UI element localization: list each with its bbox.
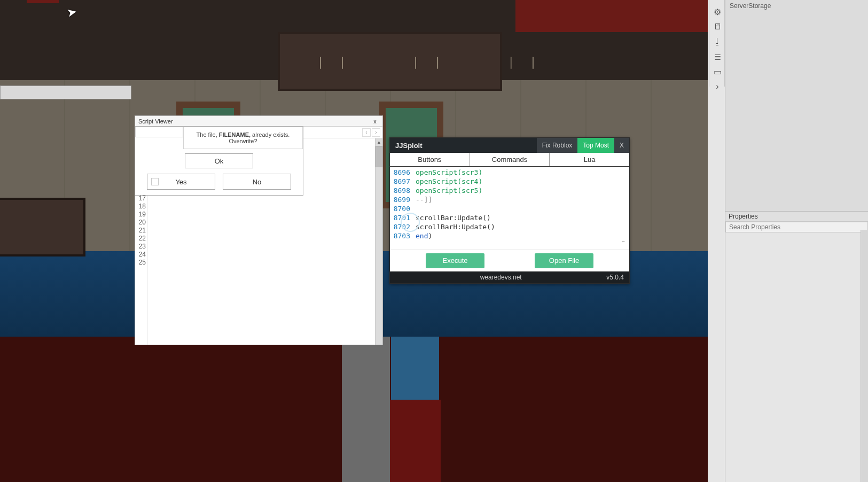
line-number: 8697 bbox=[390, 177, 416, 186]
monitor-icon[interactable]: 🖥 bbox=[709, 19, 725, 34]
line-number: 8703 bbox=[390, 231, 416, 240]
line-number: 8700 bbox=[390, 204, 416, 213]
code-text-tail: ) bbox=[428, 231, 432, 240]
gap-blue bbox=[391, 337, 439, 401]
overwrite-dialog[interactable]: The file, FILENAME, already exists. Over… bbox=[135, 126, 303, 196]
code-text: openScript(scr4) bbox=[416, 177, 482, 186]
code-line[interactable]: 8703end) bbox=[390, 231, 629, 240]
jjsploit-window[interactable]: JJSploit Fix Roblox Top Most X Buttons C… bbox=[389, 137, 630, 284]
tab-buttons[interactable]: Buttons bbox=[390, 153, 470, 166]
cabinet-handles: ││ ││ ││ bbox=[318, 56, 553, 69]
script-viewer-scrollbar[interactable]: ▲ bbox=[375, 138, 382, 345]
scroll-thumb[interactable] bbox=[376, 146, 382, 167]
code-text: end bbox=[416, 231, 428, 240]
line-number: 8702 bbox=[390, 222, 416, 231]
fix-roblox-button[interactable]: Fix Roblox bbox=[537, 138, 578, 153]
explorer-node-serverstorage[interactable]: ServerStorage bbox=[725, 0, 868, 12]
overwrite-dialog-checkbox[interactable] bbox=[151, 178, 159, 185]
overwrite-dialog-message: The file, FILENAME, already exists. Over… bbox=[183, 127, 303, 149]
tab-nav-prev[interactable]: ‹ bbox=[362, 128, 371, 137]
code-text: --]] bbox=[416, 195, 432, 204]
bed bbox=[0, 198, 85, 256]
gap-red bbox=[390, 400, 441, 482]
footer-site-label: wearedevs.net bbox=[395, 274, 606, 281]
jjsploit-close-button[interactable]: X bbox=[614, 138, 629, 153]
ceiling-trim-right bbox=[515, 0, 708, 32]
jjsploit-action-bar: Execute Open File bbox=[390, 249, 629, 271]
properties-search-input[interactable] bbox=[725, 222, 868, 232]
code-text: scrollBar:Update() bbox=[416, 213, 491, 222]
code-text: openScript(scr5) bbox=[416, 186, 482, 195]
code-line[interactable]: 8698openScript(scr5) bbox=[390, 186, 629, 195]
code-text: scrollBarH:Update() bbox=[416, 222, 495, 231]
tab-commands[interactable]: Commands bbox=[470, 153, 550, 166]
code-line[interactable]: 8701scrollBar:Update() bbox=[390, 213, 629, 222]
overwrite-no-button[interactable]: No bbox=[223, 174, 291, 190]
chat-bar[interactable] bbox=[0, 85, 131, 99]
tab-nav-next[interactable]: › bbox=[372, 128, 380, 137]
line-number: 8699 bbox=[390, 195, 416, 204]
jjsploit-titlebar[interactable]: JJSploit Fix Roblox Top Most X bbox=[390, 138, 629, 153]
properties-panel: Properties bbox=[725, 211, 868, 482]
properties-header: Properties bbox=[725, 212, 868, 222]
list-icon[interactable]: ≣ bbox=[709, 49, 725, 64]
execute-button[interactable]: Execute bbox=[426, 253, 484, 268]
code-line[interactable]: 8696openScript(scr3) bbox=[390, 168, 629, 177]
code-text: openScript(scr3) bbox=[416, 168, 482, 177]
footer-version-label: v5.0.4 bbox=[606, 274, 624, 281]
code-line[interactable]: 8697openScript(scr4) bbox=[390, 177, 629, 186]
resize-grip-icon[interactable]: ⌐ bbox=[622, 237, 625, 246]
lua-code-editor[interactable]: 8696openScript(scr3)8697openScript(scr4)… bbox=[390, 167, 629, 249]
scroll-up-icon[interactable]: ▲ bbox=[376, 138, 382, 146]
script-viewer-close-button[interactable]: x bbox=[371, 116, 379, 126]
gear-icon[interactable]: ⚙ bbox=[709, 4, 725, 19]
overwrite-dialog-field[interactable] bbox=[135, 127, 183, 137]
script-viewer-titlebar[interactable]: Script Viewer x bbox=[135, 116, 382, 127]
pillar-left bbox=[342, 337, 390, 482]
open-file-button[interactable]: Open File bbox=[535, 253, 593, 268]
overwrite-ok-button[interactable]: Ok bbox=[185, 153, 253, 168]
top-most-button[interactable]: Top Most bbox=[577, 138, 614, 153]
ceiling-trim-left bbox=[27, 0, 59, 3]
code-line[interactable]: 8699--]] bbox=[390, 195, 629, 204]
explorer-panel[interactable]: ServerStorage bbox=[725, 0, 868, 211]
properties-scrollbar[interactable] bbox=[861, 230, 868, 482]
jjsploit-title: JJSploit bbox=[390, 142, 428, 150]
jjsploit-footer: wearedevs.net v5.0.4 bbox=[390, 271, 629, 283]
laptop-icon[interactable]: ▭ bbox=[709, 64, 725, 79]
code-line[interactable]: 8702scrollBarH:Update() bbox=[390, 222, 629, 231]
download-icon[interactable]: ⭳ bbox=[709, 34, 725, 49]
tab-lua[interactable]: Lua bbox=[550, 153, 629, 166]
script-viewer-title: Script Viewer bbox=[138, 116, 173, 126]
line-number: 8701 bbox=[390, 213, 416, 222]
side-toolbar: ⚙ 🖥 ⭳ ≣ ▭ › bbox=[709, 0, 725, 87]
line-number: 8698 bbox=[390, 186, 416, 195]
line-number: 8696 bbox=[390, 168, 416, 177]
code-line[interactable]: 8700 bbox=[390, 204, 629, 213]
jjsploit-tabs: Buttons Commands Lua bbox=[390, 153, 629, 167]
